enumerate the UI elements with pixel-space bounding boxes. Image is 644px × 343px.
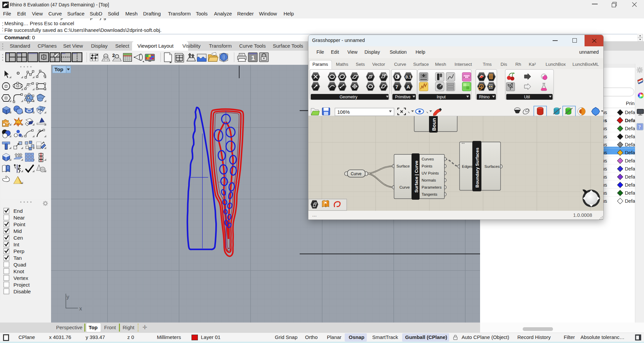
svg-text:Perp: Perp	[13, 248, 25, 254]
svg-text:Defa: Defa	[625, 158, 635, 163]
svg-text:Normals: Normals	[422, 178, 436, 182]
svg-text:Surface: Surface	[396, 164, 410, 168]
svg-text:0.1: 0.1	[405, 75, 412, 80]
svg-text:Edges: Edges	[462, 164, 473, 168]
svg-text:Defa: Defa	[625, 182, 635, 188]
svg-text:Point: Point	[13, 222, 26, 227]
svg-text:Curves: Curves	[422, 157, 434, 161]
svg-text:Defa: Defa	[625, 142, 635, 147]
svg-text:UV Points: UV Points	[422, 171, 439, 175]
svg-text:1: 1	[251, 54, 255, 61]
svg-text:End: End	[13, 208, 23, 214]
svg-text:2: 2	[112, 53, 115, 58]
svg-text:106%: 106%	[337, 109, 350, 115]
svg-text:Curve: Curve	[351, 172, 361, 176]
svg-text:Quad: Quad	[13, 262, 26, 267]
svg-text:Points: Points	[422, 164, 432, 168]
svg-text:Curve: Curve	[399, 185, 410, 189]
svg-text:A: A	[406, 84, 410, 90]
svg-text:Boun: Boun	[431, 118, 437, 131]
svg-text:Defa: Defa	[625, 174, 635, 180]
svg-text:Defa: Defa	[625, 190, 635, 196]
svg-text:y: y	[67, 294, 69, 300]
svg-text:Geometry: Geometry	[340, 95, 357, 99]
svg-text:Knot: Knot	[13, 268, 25, 274]
svg-text:Tangents: Tangents	[422, 192, 437, 196]
svg-text:Near: Near	[13, 215, 25, 220]
svg-text:Rhino: Rhino	[479, 95, 490, 99]
svg-text:Parameters: Parameters	[422, 185, 442, 189]
svg-text:Project: Project	[13, 282, 30, 288]
svg-text:7: 7	[395, 84, 398, 90]
svg-text:Surfaces: Surfaces	[484, 164, 500, 168]
svg-text:Mid: Mid	[13, 228, 22, 234]
svg-text:Input: Input	[437, 95, 446, 99]
svg-text:Boundary Surfaces: Boundary Surfaces	[475, 148, 480, 188]
svg-text:Defa: Defa	[625, 150, 635, 155]
svg-text:Surface | Curve: Surface | Curve	[414, 161, 419, 193]
svg-text:Int: Int	[13, 242, 19, 247]
svg-text:x: x	[79, 306, 82, 311]
svg-text:Defa: Defa	[625, 198, 635, 204]
svg-text:?: ?	[638, 124, 641, 130]
svg-text:Util: Util	[524, 95, 530, 99]
svg-text:Primitive: Primitive	[395, 95, 411, 99]
svg-text:Cen: Cen	[13, 235, 23, 241]
svg-text:Defa: Defa	[625, 134, 635, 139]
svg-text:Defa: Defa	[625, 110, 635, 115]
svg-text:Disable: Disable	[13, 289, 31, 294]
svg-text:Defa: Defa	[625, 126, 635, 131]
svg-text:Defa: Defa	[625, 118, 635, 123]
svg-text:Vertex: Vertex	[13, 275, 28, 281]
svg-text:Tan: Tan	[13, 255, 22, 261]
svg-text:Defa: Defa	[625, 166, 635, 172]
